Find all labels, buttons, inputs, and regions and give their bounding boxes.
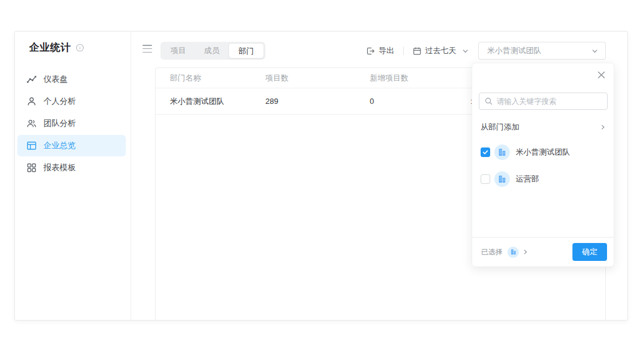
checkbox-checked[interactable] bbox=[481, 147, 490, 157]
tab-projects[interactable]: 项目 bbox=[162, 43, 195, 59]
search-input[interactable] bbox=[497, 97, 602, 106]
layout-icon bbox=[27, 141, 36, 150]
info-icon[interactable] bbox=[76, 44, 84, 52]
sidebar-header: 企业统计 bbox=[29, 41, 131, 54]
sidebar: 企业统计 bbox=[15, 32, 131, 320]
sidebar-item-report-template[interactable]: 报表模板 bbox=[17, 157, 126, 179]
export-button[interactable]: 导出 bbox=[366, 45, 394, 56]
search-box bbox=[479, 93, 608, 110]
panel-footer: 已选择 确定 bbox=[472, 237, 614, 266]
chevron-right-icon bbox=[600, 124, 606, 130]
date-range-button[interactable]: 过去七天 bbox=[413, 45, 469, 56]
sidebar-item-label: 个人分析 bbox=[44, 96, 76, 107]
sidebar-item-enterprise-overview[interactable]: 企业总览 bbox=[17, 135, 126, 156]
team-select[interactable]: 米小昔测试团队 bbox=[478, 42, 606, 60]
tab-group: 项目 成员 部门 bbox=[160, 42, 265, 60]
tab-departments[interactable]: 部门 bbox=[228, 43, 264, 59]
team-name: 运营部 bbox=[516, 174, 539, 184]
team-list: 米小昔测试团队 运营部 bbox=[472, 139, 614, 192]
search-icon bbox=[485, 97, 493, 105]
export-icon bbox=[366, 47, 375, 56]
sidebar-item-team-analysis[interactable]: 团队分析 bbox=[17, 113, 126, 134]
cell-project-count: 289 bbox=[265, 97, 370, 106]
cell-department-name: 米小昔测试团队 bbox=[170, 96, 265, 107]
selected-label: 已选择 bbox=[481, 247, 503, 257]
column-header-project-count: 项目数 bbox=[265, 73, 370, 84]
person-icon bbox=[27, 97, 36, 106]
chevron-down-icon bbox=[592, 48, 598, 54]
tab-members[interactable]: 成员 bbox=[195, 43, 228, 59]
chevron-right-icon[interactable] bbox=[522, 249, 528, 255]
team-icon bbox=[27, 119, 36, 128]
team-picker-panel: 从部门添加 米小昔测试团队 运营部 bbox=[472, 63, 614, 267]
export-label: 导出 bbox=[379, 45, 394, 56]
page-title: 企业统计 bbox=[29, 41, 71, 54]
page: 企业统计 bbox=[0, 0, 644, 363]
list-item-team[interactable]: 米小昔测试团队 bbox=[472, 139, 614, 165]
list-item-team[interactable]: 运营部 bbox=[472, 165, 614, 192]
dashboard-icon bbox=[27, 75, 36, 84]
sidebar-item-label: 仪表盘 bbox=[44, 74, 68, 85]
sidebar-item-dashboard[interactable]: 仪表盘 bbox=[17, 69, 126, 90]
team-name: 米小昔测试团队 bbox=[516, 147, 570, 158]
chevron-down-icon bbox=[462, 48, 469, 54]
menu-icon[interactable] bbox=[143, 45, 152, 53]
sidebar-item-label: 报表模板 bbox=[44, 162, 76, 173]
grid-icon bbox=[27, 163, 36, 173]
team-avatar bbox=[494, 144, 510, 160]
toolbar-divider bbox=[403, 47, 404, 55]
confirm-button[interactable]: 确定 bbox=[572, 243, 607, 261]
column-header-department-name: 部门名称 bbox=[170, 73, 265, 84]
toolbar-right: 导出 过去七天 bbox=[366, 42, 606, 60]
toolbar: 项目 成员 部门 导出 bbox=[160, 42, 606, 60]
add-from-department-row[interactable]: 从部门添加 bbox=[481, 119, 606, 135]
add-from-department-label: 从部门添加 bbox=[481, 122, 519, 133]
sidebar-item-label: 团队分析 bbox=[44, 118, 76, 129]
sidebar-item-personal-analysis[interactable]: 个人分析 bbox=[17, 91, 126, 112]
calendar-icon bbox=[413, 47, 422, 56]
sidebar-nav: 仪表盘 个人分析 bbox=[15, 69, 131, 179]
selected-team-avatar bbox=[507, 247, 519, 258]
date-range-label: 过去七天 bbox=[425, 45, 456, 56]
team-avatar bbox=[494, 171, 510, 187]
close-icon[interactable] bbox=[597, 70, 606, 79]
team-select-value: 米小昔测试团队 bbox=[487, 45, 589, 56]
sidebar-item-label: 企业总览 bbox=[44, 140, 76, 151]
checkbox-unchecked[interactable] bbox=[481, 174, 490, 184]
